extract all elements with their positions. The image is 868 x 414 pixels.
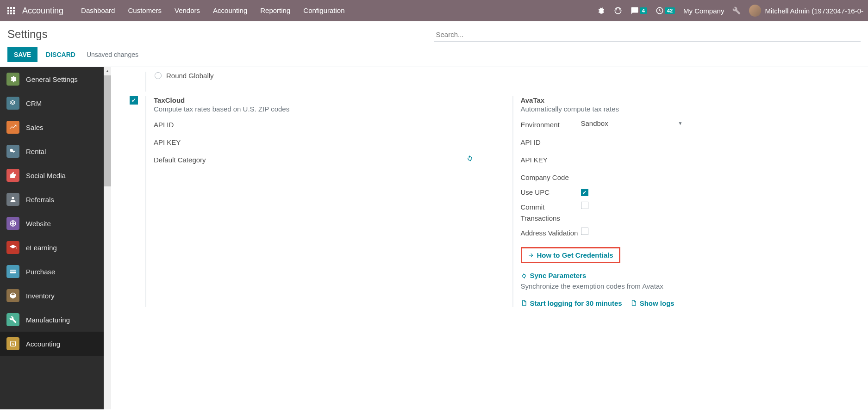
tools-icon[interactable] xyxy=(732,6,741,15)
person-icon xyxy=(6,193,19,206)
file-icon xyxy=(631,300,637,306)
sync-icon xyxy=(521,272,527,279)
avatax-address-checkbox[interactable] xyxy=(581,228,588,235)
sidebar-item-social[interactable]: Social Media xyxy=(0,163,104,187)
avatax-upc-checkbox[interactable] xyxy=(581,189,588,196)
money-icon: $ xyxy=(6,337,19,350)
avatax-env-value: Sandbox xyxy=(581,119,608,127)
svg-text:$: $ xyxy=(12,342,14,346)
svg-rect-5 xyxy=(13,10,15,12)
svg-rect-3 xyxy=(7,10,9,12)
svg-rect-2 xyxy=(13,7,15,9)
sidebar-item-label: Purchase xyxy=(26,268,55,276)
company-switcher[interactable]: My Company xyxy=(683,7,724,15)
round-globally-option[interactable]: Round Globally xyxy=(154,72,849,80)
avatax-desc: Automatically compute tax rates xyxy=(521,105,850,113)
avatax-api-id-label: API ID xyxy=(521,137,581,148)
card-icon xyxy=(6,265,19,278)
taxcloud-category-input[interactable] xyxy=(219,154,483,162)
thumbs-up-icon xyxy=(6,169,19,182)
messages-badge: 4 xyxy=(640,7,647,14)
sidebar-item-label: Website xyxy=(26,220,51,228)
sidebar-item-inventory[interactable]: Inventory xyxy=(0,284,104,308)
search-input[interactable] xyxy=(434,28,861,42)
svg-rect-6 xyxy=(7,12,9,14)
user-menu[interactable]: Mitchell Admin (19732047-16-0- xyxy=(749,5,863,17)
systray: 4 42 My Company Mitchell Admin (19732047… xyxy=(597,5,863,17)
unsaved-indicator: Unsaved changes xyxy=(84,47,141,62)
sidebar-scrollbar-thumb[interactable] xyxy=(104,75,111,186)
svg-rect-8 xyxy=(13,12,15,14)
sidebar-item-purchase[interactable]: Purchase xyxy=(0,260,104,284)
start-logging-link[interactable]: Start logging for 30 minutes xyxy=(521,299,622,307)
sidebar-item-label: Sales xyxy=(26,124,44,131)
sidebar-item-label: Social Media xyxy=(26,172,66,179)
avatax-title: AvaTax xyxy=(521,96,850,104)
settings-sidebar: General Settings CRM Sales Rental Social… xyxy=(0,67,104,409)
graduation-icon xyxy=(6,241,19,254)
avatax-company-label: Company Code xyxy=(521,172,581,183)
taxcloud-api-key-label: API KEY xyxy=(154,137,219,148)
menu-reporting[interactable]: Reporting xyxy=(254,0,297,21)
radio-icon xyxy=(155,72,162,79)
scroll-up-icon[interactable]: ▲ xyxy=(104,67,111,74)
activities-icon[interactable]: 42 xyxy=(656,6,675,15)
save-button[interactable]: SAVE xyxy=(7,47,37,62)
show-logs-link[interactable]: Show logs xyxy=(631,299,674,307)
sidebar-item-manufacturing[interactable]: Manufacturing xyxy=(0,308,104,332)
taxcloud-desc: Compute tax rates based on U.S. ZIP code… xyxy=(154,105,483,113)
messages-icon[interactable]: 4 xyxy=(631,6,647,15)
apps-icon[interactable] xyxy=(5,4,18,17)
menu-accounting[interactable]: Accounting xyxy=(206,0,254,21)
sync-parameters-link[interactable]: Sync Parameters xyxy=(521,272,587,279)
sidebar-item-general[interactable]: General Settings xyxy=(0,67,104,91)
avatax-commit-checkbox[interactable] xyxy=(581,202,588,209)
sidebar-item-label: Rental xyxy=(26,148,46,155)
top-navbar: Accounting Dashboard Customers Vendors A… xyxy=(0,0,868,21)
debug-icon[interactable] xyxy=(597,6,606,15)
user-name: Mitchell Admin (19732047-16-0- xyxy=(765,7,863,15)
page-title: Settings xyxy=(7,28,434,41)
avatax-api-key-label: API KEY xyxy=(521,154,581,166)
app-brand[interactable]: Accounting xyxy=(22,6,63,16)
menu-configuration[interactable]: Configuration xyxy=(297,0,351,21)
discard-button[interactable]: DISCARD xyxy=(43,47,78,62)
sidebar-item-accounting[interactable]: $Accounting xyxy=(0,332,104,356)
sidebar-item-sales[interactable]: Sales xyxy=(0,115,104,139)
svg-rect-7 xyxy=(10,12,12,14)
control-panel: Settings SAVE DISCARD Unsaved changes xyxy=(0,21,868,67)
taxcloud-api-id-label: API ID xyxy=(154,119,219,130)
sidebar-item-website[interactable]: Website xyxy=(0,211,104,235)
menu-customers[interactable]: Customers xyxy=(121,0,168,21)
menu-dashboard[interactable]: Dashboard xyxy=(75,0,121,21)
avatax-env-select[interactable]: Sandbox ▼ xyxy=(581,119,683,127)
sidebar-item-label: General Settings xyxy=(26,75,78,83)
radio-label: Round Globally xyxy=(166,72,214,80)
taxcloud-title: TaxCloud xyxy=(154,96,483,104)
gear-icon xyxy=(6,73,19,86)
how-to-credentials-link[interactable]: How to Get Credentials xyxy=(528,251,613,259)
avatax-env-label: Environment xyxy=(521,119,581,130)
sidebar-item-label: Inventory xyxy=(26,292,55,300)
support-icon[interactable] xyxy=(614,6,622,15)
svg-rect-13 xyxy=(10,271,16,272)
top-menu: Dashboard Customers Vendors Accounting R… xyxy=(75,0,351,21)
avatax-address-label: Address Validation xyxy=(521,228,581,239)
taxcloud-checkbox[interactable] xyxy=(130,96,138,105)
settings-main: Round Globally TaxCloud Compute tax rate… xyxy=(111,67,868,409)
sidebar-item-referrals[interactable]: Referrals xyxy=(0,187,104,211)
box-icon xyxy=(6,289,19,302)
taxcloud-category-label: Default Category xyxy=(154,154,219,166)
sidebar-item-rental[interactable]: Rental xyxy=(0,139,104,163)
activities-badge: 42 xyxy=(665,7,675,14)
avatar xyxy=(749,5,761,17)
sidebar-item-label: Referrals xyxy=(26,196,54,204)
sidebar-item-elearning[interactable]: eLearning xyxy=(0,235,104,260)
refresh-icon[interactable] xyxy=(466,154,483,162)
menu-vendors[interactable]: Vendors xyxy=(168,0,206,21)
avatax-upc-label: Use UPC xyxy=(521,187,581,198)
arrow-right-icon xyxy=(528,252,534,259)
sidebar-item-crm[interactable]: CRM xyxy=(0,91,104,115)
avatax-setting: AvaTax Automatically compute tax rates E… xyxy=(497,96,850,307)
sidebar-item-label: CRM xyxy=(26,99,42,107)
